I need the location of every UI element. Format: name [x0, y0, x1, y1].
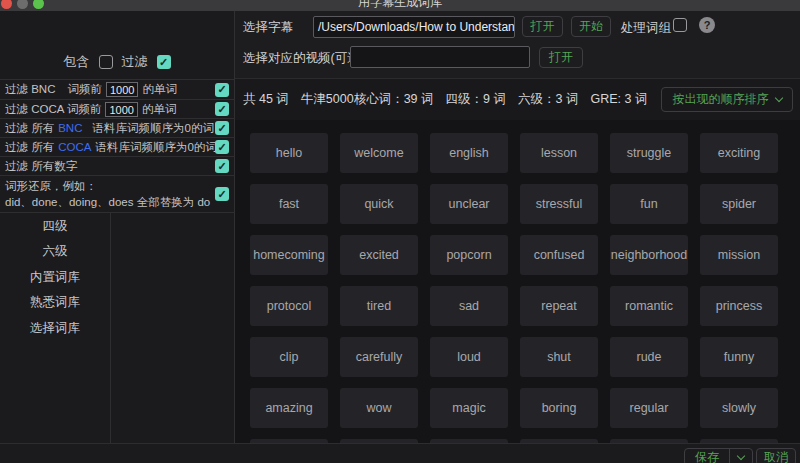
sort-order-label: 按出现的顺序排序	[672, 91, 768, 108]
save-dropdown-arrow[interactable]	[729, 449, 752, 463]
word-card[interactable]: confused	[520, 235, 598, 275]
subtitle-path-input[interactable]: /Users/Downloads/How to Understan	[313, 16, 515, 38]
start-button[interactable]: 开始	[571, 16, 611, 37]
word-card[interactable]: shut	[520, 337, 598, 377]
cet4-count: 四级：9 词	[446, 91, 506, 108]
word-card[interactable]: hello	[250, 133, 328, 173]
word-card[interactable]: funny	[700, 337, 778, 377]
coca-zero-checkbox[interactable]: ✓	[215, 140, 229, 154]
word-card[interactable]: neighborhood	[610, 235, 688, 275]
filter-row-numbers: 过滤 所有数字 ✓	[0, 156, 235, 175]
word-grid: hello welcome english lesson struggle ex…	[235, 120, 800, 443]
sidebar-item-cet4[interactable]: 四级	[0, 218, 110, 235]
sidebar-item-known[interactable]: 熟悉词库	[0, 294, 110, 311]
stats-bar: 共 45 词 牛津5000核心词：39 词 四级：9 词 六级：3 词 GRE:…	[235, 79, 800, 120]
gre-count: GRE: 3 词	[590, 91, 647, 108]
word-card[interactable]: exciting	[700, 133, 778, 173]
word-card[interactable]: mission	[700, 235, 778, 275]
word-card[interactable]: english	[430, 133, 508, 173]
lemma-checkbox[interactable]: ✓	[215, 187, 229, 201]
phrase-label: 处理词组	[621, 20, 671, 37]
filter-checkbox[interactable]: ✓	[157, 55, 171, 69]
word-card[interactable]: struggle	[610, 133, 688, 173]
sort-order-dropdown[interactable]: 按出现的顺序排序	[661, 87, 793, 112]
cancel-button[interactable]: 取消	[756, 448, 796, 463]
word-card[interactable]: romantic	[610, 286, 688, 326]
coca-freq-checkbox[interactable]: ✓	[215, 102, 229, 116]
bnc-zero-post: 语料库词频顺序为0的词	[92, 121, 213, 136]
word-card[interactable]: rude	[610, 337, 688, 377]
word-card[interactable]: fast	[250, 184, 328, 224]
oxford-count: 牛津5000核心词：39 词	[301, 91, 434, 108]
lemma-line2: did、done、doing、does 全部替换为 do	[5, 194, 210, 210]
word-card[interactable]: magic	[430, 388, 508, 428]
word-card[interactable]: wow	[340, 388, 418, 428]
word-card[interactable]: amazing	[250, 388, 328, 428]
coca-freq-pre: 过滤 COCA 词频前	[5, 102, 101, 117]
bottom-bar: 保存 取消	[0, 443, 800, 463]
file-form: 选择字幕 /Users/Downloads/How to Understan 打…	[235, 11, 800, 78]
word-card[interactable]: lesson	[520, 133, 598, 173]
cet6-count: 六级：3 词	[518, 91, 578, 108]
sidebar-column-divider	[110, 212, 111, 443]
chevron-down-icon	[737, 451, 745, 459]
save-label: 保存	[685, 449, 729, 463]
word-card[interactable]: sad	[430, 286, 508, 326]
lemma-line1: 词形还原，例如：	[5, 178, 97, 194]
filter-sidebar: 包含 过滤 ✓ 过滤 BNC 词频前 1000 的单词 ✓ 过滤 COCA 词频…	[0, 11, 235, 443]
word-card[interactable]: quick	[340, 184, 418, 224]
word-card[interactable]: tired	[340, 286, 418, 326]
filter-row-bnc-zero: 过滤 所有 BNC 语料库词频顺序为0的词 ✓	[0, 118, 235, 137]
bnc-freq-input[interactable]: 1000	[106, 82, 138, 97]
word-card[interactable]: clip	[250, 337, 328, 377]
save-button[interactable]: 保存	[684, 448, 753, 463]
word-card[interactable]: popcorn	[430, 235, 508, 275]
word-card[interactable]: princess	[700, 286, 778, 326]
sidebar-item-builtin[interactable]: 内置词库	[0, 269, 110, 286]
open-video-button[interactable]: 打开	[539, 47, 583, 68]
subtitle-label: 选择字幕	[243, 19, 293, 36]
word-card[interactable]: protocol	[250, 286, 328, 326]
coca-link[interactable]: COCA	[58, 141, 91, 153]
open-subtitle-button[interactable]: 打开	[522, 16, 563, 37]
bnc-link[interactable]: BNC	[58, 122, 82, 134]
phrase-checkbox[interactable]	[673, 18, 687, 32]
bnc-freq-mid: 词频前	[67, 82, 102, 97]
word-card[interactable]: welcome	[340, 133, 418, 173]
word-card[interactable]: slowly	[700, 388, 778, 428]
word-card[interactable]: stressful	[520, 184, 598, 224]
include-label: 包含	[64, 53, 90, 71]
word-card[interactable]: spider	[700, 184, 778, 224]
numbers-label: 过滤 所有数字	[5, 159, 77, 174]
word-card[interactable]: boring	[520, 388, 598, 428]
word-card[interactable]: regular	[610, 388, 688, 428]
word-card[interactable]: unclear	[430, 184, 508, 224]
window-title: 用字幕生成词库	[0, 0, 800, 11]
word-card[interactable]: repeat	[520, 286, 598, 326]
coca-freq-post: 的单词	[142, 102, 177, 117]
help-icon[interactable]: ?	[699, 17, 715, 33]
bnc-freq-pre: 过滤 BNC	[5, 82, 55, 97]
bnc-freq-post: 的单词	[142, 82, 177, 97]
video-label: 选择对应的视频(可选)	[243, 50, 364, 67]
include-checkbox[interactable]	[99, 55, 113, 69]
title-bar: 用字幕生成词库	[0, 0, 800, 11]
filter-row-bnc-freq: 过滤 BNC 词频前 1000 的单词 ✓	[0, 79, 235, 99]
word-card[interactable]: fun	[610, 184, 688, 224]
bnc-freq-checkbox[interactable]: ✓	[215, 83, 229, 97]
filter-row-lemma: 词形还原，例如： did、done、doing、does 全部替换为 do ✓	[0, 175, 235, 213]
coca-zero-post: 语料库词频顺序为0的词	[95, 140, 216, 155]
filter-row-coca-zero: 过滤 所有 COCA 语料库词频顺序为0的词 ✓	[0, 137, 235, 156]
numbers-checkbox[interactable]: ✓	[215, 159, 229, 173]
sidebar-item-cet6[interactable]: 六级	[0, 243, 110, 260]
word-card[interactable]: carefully	[340, 337, 418, 377]
sidebar-item-select[interactable]: 选择词库	[0, 320, 110, 337]
video-path-input[interactable]	[350, 46, 530, 68]
bnc-zero-checkbox[interactable]: ✓	[215, 121, 229, 135]
word-card[interactable]: loud	[430, 337, 508, 377]
coca-freq-input[interactable]: 1000	[105, 102, 137, 117]
word-card[interactable]: homecoming	[250, 235, 328, 275]
main-panel: 选择字幕 /Users/Downloads/How to Understan 打…	[235, 11, 800, 443]
word-card[interactable]: excited	[340, 235, 418, 275]
coca-zero-pre: 过滤 所有	[5, 140, 54, 155]
